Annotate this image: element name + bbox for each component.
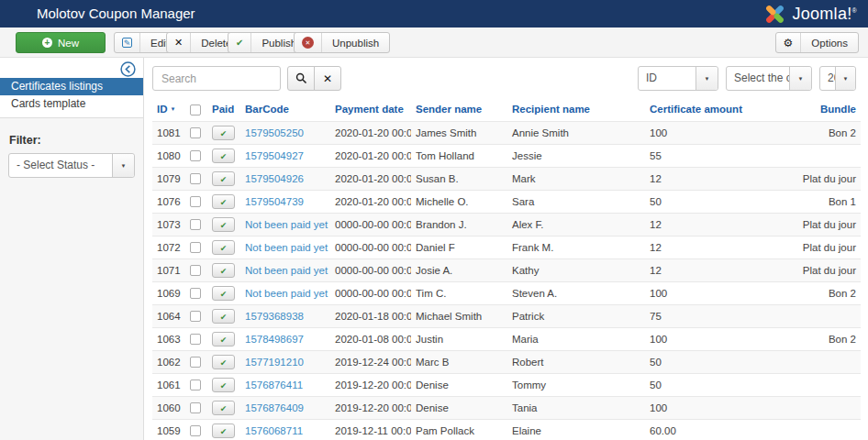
search-clear-button[interactable]: ✕	[314, 66, 341, 91]
row-checkbox[interactable]	[190, 242, 201, 253]
paid-toggle-button[interactable]: ✔	[212, 171, 235, 186]
row-checkbox[interactable]	[190, 150, 201, 161]
sidebar-item-certificates-listings[interactable]: Certificates listings	[0, 78, 143, 95]
row-checkbox[interactable]	[190, 334, 201, 345]
cell-payment-date: 2019-12-20 00:00:00	[330, 373, 411, 396]
barcode-link[interactable]: 1579504927	[245, 150, 304, 161]
paid-check-icon: ✔	[220, 358, 228, 368]
paid-check-icon: ✔	[220, 290, 228, 299]
row-checkbox[interactable]	[190, 127, 201, 138]
barcode-link[interactable]: Not been paid yet	[245, 242, 328, 253]
column-header-paid[interactable]: Paid	[207, 97, 240, 121]
table-row: 1071✔Not been paid yet0000-00-00 00:00:0…	[152, 258, 861, 281]
paid-toggle-button[interactable]: ✔	[212, 286, 235, 301]
paid-toggle-button[interactable]: ✔	[212, 217, 235, 232]
column-header-payment-date[interactable]: Payment date	[330, 97, 411, 121]
barcode-link[interactable]: 1576068711	[245, 425, 303, 436]
barcode-link[interactable]: 1579504739	[245, 196, 304, 207]
paid-check-icon: ✔	[220, 244, 228, 253]
column-header-recipient-name[interactable]: Recipient name	[507, 97, 645, 121]
column-header-bundle[interactable]: Bundle	[781, 97, 861, 121]
column-header-sender-name[interactable]: Sender name	[411, 97, 507, 121]
paid-check-icon: ✔	[220, 129, 228, 138]
cell-payment-date: 2020-01-08 00:00:00	[330, 327, 411, 350]
paid-toggle-button[interactable]: ✔	[212, 309, 235, 324]
row-checkbox[interactable]	[190, 288, 201, 299]
cell-recipient-name: Tommy	[507, 373, 645, 396]
barcode-link[interactable]: 1579368938	[245, 311, 304, 322]
ordering-select[interactable]: Select the ordering ▼	[726, 66, 812, 91]
paid-toggle-button[interactable]: ✔	[212, 332, 235, 346]
barcode-link[interactable]: 1576876409	[245, 402, 304, 413]
options-button[interactable]: ⚙ Options	[775, 32, 859, 53]
cell-recipient-name: Jessie	[507, 144, 645, 167]
barcode-link[interactable]: 1577191210	[245, 357, 304, 368]
cell-payment-date: 0000-00-00 00:00:00	[330, 281, 411, 304]
barcode-link[interactable]: 1579504926	[245, 173, 304, 184]
certificates-table: ID▼ Paid BarCode Payment date Sender nam…	[152, 97, 861, 440]
chevron-down-icon: ▼	[843, 76, 849, 82]
paid-toggle-button[interactable]: ✔	[212, 378, 235, 392]
row-checkbox[interactable]	[190, 425, 201, 436]
table-row: 1076✔15795047392020-01-20 00:00:00Michel…	[152, 190, 861, 213]
cell-recipient-name: Sara	[507, 190, 645, 213]
search-input[interactable]	[152, 66, 281, 91]
paid-toggle-button[interactable]: ✔	[212, 263, 235, 278]
cell-id: 1072	[152, 236, 185, 258]
sort-field-select[interactable]: ID ▼	[638, 66, 718, 91]
cell-id: 1069	[152, 281, 185, 304]
table-row: 1073✔Not been paid yet0000-00-00 00:00:0…	[152, 213, 861, 236]
barcode-link[interactable]: 1579505250	[245, 127, 304, 138]
top-header-bar: Molotov Coupon Manager Joomla!®	[0, 0, 868, 28]
column-header-barcode[interactable]: BarCode	[240, 97, 330, 121]
column-header-id[interactable]: ID▼	[152, 97, 185, 121]
status-filter-caret: ▼	[112, 154, 134, 177]
cell-certificate-amount: 100	[645, 281, 781, 304]
paid-toggle-button[interactable]: ✔	[212, 401, 235, 415]
table-row: 1080✔15795049272020-01-20 00:00:00Tom Ho…	[152, 144, 861, 167]
column-header-certificate-amount[interactable]: Certificate amount	[645, 97, 781, 121]
row-checkbox[interactable]	[190, 402, 201, 413]
row-checkbox[interactable]	[190, 357, 201, 368]
barcode-link[interactable]: Not been paid yet	[245, 265, 328, 276]
paid-toggle-button[interactable]: ✔	[212, 126, 235, 140]
cell-sender-name: Daniel F	[411, 236, 507, 258]
search-submit-button[interactable]	[287, 66, 315, 91]
row-checkbox[interactable]	[190, 265, 201, 276]
table-row: 1064✔15793689382020-01-18 00:00:00Michae…	[152, 304, 861, 327]
collapse-sidebar-icon[interactable]	[120, 61, 136, 77]
cell-sender-name: Tim C.	[411, 281, 507, 304]
sidebar-collapse-row	[0, 58, 143, 78]
row-checkbox[interactable]	[190, 380, 201, 390]
row-checkbox[interactable]	[190, 173, 201, 184]
cell-bundle	[781, 144, 861, 167]
cell-sender-name: Pam Pollack	[411, 419, 507, 440]
paid-toggle-button[interactable]: ✔	[212, 424, 235, 438]
paid-toggle-button[interactable]: ✔	[212, 194, 235, 209]
paid-toggle-button[interactable]: ✔	[212, 355, 235, 369]
page-size-select[interactable]: 20 ▼	[819, 66, 856, 91]
barcode-link[interactable]: Not been paid yet	[245, 288, 328, 299]
ordering-caret: ▼	[789, 67, 811, 90]
barcode-link[interactable]: 1578498697	[245, 334, 304, 345]
new-button[interactable]: + New	[16, 32, 106, 53]
paid-check-icon: ✔	[220, 336, 228, 345]
registered-mark: ®	[852, 7, 857, 14]
barcode-link[interactable]: 1576876411	[245, 380, 303, 390]
table-row: 1060✔15768764092019-12-20 00:00:00Denise…	[152, 396, 861, 419]
paid-toggle-button[interactable]: ✔	[212, 240, 235, 255]
paid-toggle-button[interactable]: ✔	[212, 148, 235, 163]
cell-payment-date: 2019-12-24 00:00:00	[330, 350, 411, 373]
table-row: 1059✔15760687112019-12-11 00:00:00Pam Po…	[152, 419, 861, 440]
select-all-checkbox[interactable]	[190, 104, 201, 116]
paid-check-icon: ✔	[220, 267, 228, 276]
row-checkbox[interactable]	[190, 219, 201, 230]
unpublish-button[interactable]: ✕ Unpublish	[294, 32, 390, 53]
sidebar-item-cards-template[interactable]: Cards template	[0, 95, 143, 113]
cell-id: 1059	[152, 419, 185, 440]
cell-recipient-name: Alex F.	[507, 213, 645, 236]
row-checkbox[interactable]	[190, 311, 201, 322]
row-checkbox[interactable]	[190, 196, 201, 207]
barcode-link[interactable]: Not been paid yet	[245, 219, 328, 230]
status-filter-select[interactable]: - Select Status - ▼	[8, 153, 135, 178]
